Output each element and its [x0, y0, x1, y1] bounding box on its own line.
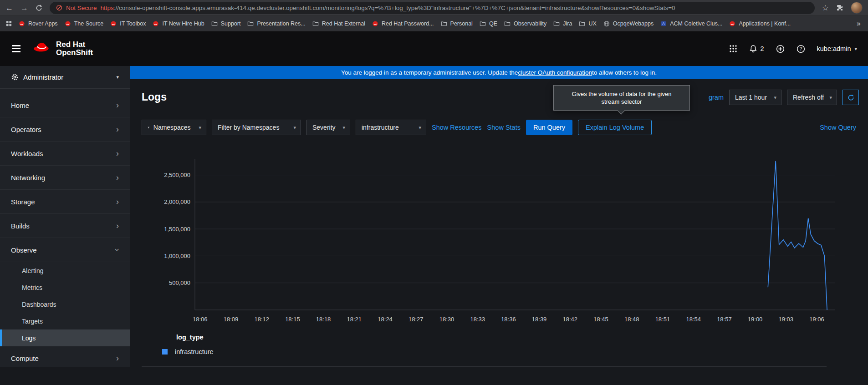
sidebar-item-alerting[interactable]: Alerting: [0, 262, 130, 279]
sidebar-item-dashboards[interactable]: Dashboards: [0, 296, 130, 313]
bookmark-item[interactable]: IT Toolbox: [110, 20, 146, 27]
nav-label: Operators: [11, 126, 41, 133]
sidebar-item-targets[interactable]: Targets: [0, 313, 130, 329]
bookmarks-bar: Rover AppsThe SourceIT ToolboxIT New Hir…: [0, 15, 868, 31]
chevron-right-icon: ›: [116, 198, 119, 206]
legend-item-infrastructure[interactable]: infrastructure: [162, 348, 838, 355]
filter-by-namespaces-select[interactable]: Filter by Namespaces ▾: [212, 120, 301, 135]
bookmark-item[interactable]: Red Hat External: [312, 20, 365, 27]
bookmark-item[interactable]: OcpqeWebapps: [603, 20, 654, 27]
profile-avatar[interactable]: [851, 2, 863, 14]
bookmark-item[interactable]: IT New Hire Hub: [153, 20, 204, 27]
time-range-select[interactable]: Last 1 hour ▾: [729, 90, 781, 105]
bookmark-item[interactable]: The Source: [65, 20, 104, 27]
masthead: Red Hat OpenShift 2 ? kube:admin ▾: [0, 31, 868, 66]
app-launcher-icon[interactable]: [729, 45, 737, 53]
bookmark-item[interactable]: Support: [211, 20, 241, 27]
sidebar-item-builds[interactable]: Builds›: [0, 214, 130, 238]
login-banner: You are logged in as a temporary adminis…: [130, 66, 868, 79]
forward-button[interactable]: →: [20, 4, 28, 12]
show-query-link[interactable]: Show Query: [820, 124, 856, 131]
help-question-circle-icon[interactable]: ?: [797, 45, 805, 53]
refresh-interval-select[interactable]: Refresh off ▾: [787, 90, 837, 105]
redhat-icon: [153, 20, 159, 27]
sidebar-item-workloads[interactable]: Workloads›: [0, 142, 130, 166]
svg-text:18:57: 18:57: [717, 316, 732, 323]
bookmark-item[interactable]: QE: [480, 20, 497, 27]
show-resources-link[interactable]: Show Resources: [432, 124, 482, 131]
svg-text:18:51: 18:51: [655, 316, 670, 323]
sync-refresh-button[interactable]: [842, 90, 859, 105]
brand-line1: Red Hat: [56, 41, 93, 49]
sidebar-item-storage[interactable]: Storage›: [0, 190, 130, 214]
sidebar-item-compute[interactable]: Compute›: [0, 346, 130, 367]
tenant-select[interactable]: infrastructure ▾: [356, 120, 426, 135]
svg-text:18:48: 18:48: [624, 316, 639, 323]
acm-icon: [660, 20, 667, 27]
bookmark-item[interactable]: Personal: [441, 20, 473, 27]
sidebar: Administrator ▾ Home›Operators›Workloads…: [0, 66, 130, 367]
filter-funnel-icon: [148, 125, 150, 131]
bookmark-item[interactable]: Presentation Res...: [247, 20, 305, 27]
notifications-bell-icon[interactable]: 2: [749, 45, 764, 53]
bookmark-item[interactable]: Applications | Konf...: [729, 20, 791, 27]
severity-select[interactable]: Severity ▾: [306, 120, 350, 135]
filter-toolbar: Namespaces ▾ Filter by Namespaces ▾ Seve…: [142, 120, 856, 135]
sidebar-item-networking[interactable]: Networking›: [0, 166, 130, 190]
apps-grid-icon[interactable]: [5, 20, 12, 27]
sidebar-item-home[interactable]: Home›: [0, 93, 130, 117]
svg-text:18:06: 18:06: [193, 316, 208, 323]
bookmark-label: Red Hat External: [322, 20, 365, 27]
notification-count: 2: [760, 45, 764, 52]
bookmark-item[interactable]: Rover Apps: [19, 20, 58, 27]
bookmark-label: ACM Coletive Clus...: [670, 20, 722, 27]
sidebar-item-logs[interactable]: Logs: [0, 329, 130, 346]
filter-by-namespaces-label: Filter by Namespaces: [218, 124, 289, 131]
chart-legend: log_type infrastructure: [142, 334, 838, 355]
time-range-value: Last 1 hour: [735, 94, 769, 101]
refresh-interval-value: Refresh off: [793, 94, 825, 101]
bookmark-label: IT Toolbox: [120, 20, 146, 27]
caret-down-icon: ▾: [419, 125, 421, 131]
explain-log-volume-button[interactable]: Explain Log Volume: [578, 120, 652, 135]
not-secure-icon: [56, 5, 62, 11]
extensions-icon[interactable]: [836, 4, 843, 11]
banner-text-after: to allow others to log in.: [592, 69, 657, 76]
bookmark-item[interactable]: Observability: [504, 20, 546, 27]
redhat-icon: [110, 20, 117, 27]
bookmark-label: IT New Hire Hub: [162, 20, 204, 27]
bookmarks-overflow-chevron[interactable]: »: [855, 20, 863, 28]
svg-text:18:21: 18:21: [347, 316, 362, 323]
svg-text:19:00: 19:00: [748, 316, 763, 323]
sidebar-item-observe[interactable]: Observe›: [0, 238, 130, 262]
svg-text:18:30: 18:30: [439, 316, 454, 323]
banner-text-before: You are logged in as a temporary adminis…: [341, 69, 518, 76]
run-query-button[interactable]: Run Query: [526, 120, 572, 135]
perspective-switcher[interactable]: Administrator ▾: [0, 66, 130, 89]
nav-label: Compute: [11, 355, 39, 362]
namespaces-filter-select[interactable]: Namespaces ▾: [142, 120, 206, 135]
bookmark-star-icon[interactable]: ☆: [822, 3, 829, 13]
back-button[interactable]: ←: [5, 4, 13, 12]
address-bar[interactable]: Not Secure https://console-openshift-con…: [50, 2, 815, 14]
top-controls: gram Last 1 hour ▾ Refresh off ▾: [709, 90, 859, 105]
histogram-link-partial[interactable]: gram: [709, 94, 724, 101]
bookmark-item[interactable]: Red Hat Password...: [372, 20, 434, 27]
chevron-down-icon: ›: [113, 248, 122, 251]
oauth-configuration-link[interactable]: cluster OAuth configuration: [518, 69, 592, 76]
bookmark-item[interactable]: UX: [579, 20, 596, 27]
user-menu[interactable]: kube:admin ▾: [817, 45, 858, 52]
reload-button[interactable]: [36, 5, 42, 11]
sidebar-item-metrics[interactable]: Metrics: [0, 279, 130, 296]
nav-label: Builds: [11, 222, 30, 230]
caret-down-icon: ▾: [342, 125, 345, 131]
chevron-right-icon: ›: [116, 125, 119, 133]
bookmark-label: OcpqeWebapps: [613, 20, 654, 27]
bookmark-label: Jira: [563, 20, 572, 27]
nav-toggle-hamburger-icon[interactable]: [11, 42, 21, 55]
add-plus-circle-icon[interactable]: [776, 45, 785, 53]
show-stats-link[interactable]: Show Stats: [487, 124, 521, 131]
bookmark-item[interactable]: Jira: [553, 20, 572, 27]
sidebar-item-operators[interactable]: Operators›: [0, 117, 130, 142]
bookmark-item[interactable]: ACM Coletive Clus...: [660, 20, 722, 27]
